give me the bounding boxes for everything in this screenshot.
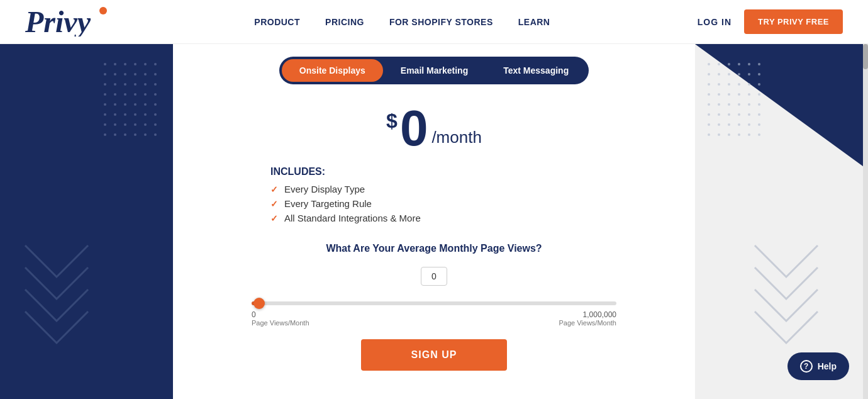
slider-wrapper bbox=[252, 301, 616, 305]
includes-title: INCLUDES: bbox=[270, 166, 598, 177]
help-icon: ? bbox=[800, 360, 813, 373]
nav-pricing[interactable]: PRICING bbox=[325, 17, 364, 27]
check-icon-0: ✓ bbox=[270, 184, 278, 194]
nav-product[interactable]: PRODUCT bbox=[254, 17, 300, 27]
price-currency: $ bbox=[386, 110, 398, 133]
includes-item-1: ✓ Every Targeting Rule bbox=[270, 198, 598, 209]
includes-item-2: ✓ All Standard Integrations & More bbox=[270, 213, 598, 223]
includes-item-label-2: All Standard Integrations & More bbox=[284, 213, 421, 223]
svg-text:Privy: Privy bbox=[25, 5, 91, 37]
slider-labels: 0 Page Views/Month 1,000,000 Page Views/… bbox=[252, 310, 616, 327]
price-amount: 0 bbox=[400, 103, 428, 154]
price-period: /month bbox=[431, 128, 482, 147]
nav-learn[interactable]: LEARN bbox=[518, 17, 550, 27]
slider-value-display: 0 bbox=[421, 267, 447, 286]
nav-links: PRODUCT PRICING FOR SHOPIFY STORES LEARN bbox=[254, 17, 550, 27]
chevron-right bbox=[736, 220, 862, 361]
includes-item-label-1: Every Targeting Rule bbox=[284, 198, 372, 209]
nav-shopify[interactable]: FOR SHOPIFY STORES bbox=[389, 17, 493, 27]
check-icon-2: ✓ bbox=[270, 213, 278, 223]
price-display: $ 0 /month bbox=[386, 103, 482, 154]
chevron-left bbox=[6, 220, 132, 361]
nav-actions: LOG IN TRY PRIVY FREE bbox=[698, 9, 843, 34]
includes-section: INCLUDES: ✓ Every Display Type ✓ Every T… bbox=[270, 166, 598, 227]
tab-onsite-displays[interactable]: Onsite Displays bbox=[282, 59, 383, 82]
includes-item-label-0: Every Display Type bbox=[284, 184, 365, 194]
help-label: Help bbox=[818, 361, 837, 371]
tabs-container: Onsite Displays Email Marketing Text Mes… bbox=[279, 57, 589, 84]
tab-text-messaging[interactable]: Text Messaging bbox=[486, 59, 586, 82]
navbar: Privy PRODUCT PRICING FOR SHOPIFY STORES… bbox=[0, 0, 868, 44]
tab-email-marketing[interactable]: Email Marketing bbox=[383, 59, 486, 82]
dots-pattern-left bbox=[104, 63, 160, 140]
scroll-thumb[interactable] bbox=[863, 44, 868, 69]
slider-max: 1,000,000 Page Views/Month bbox=[559, 310, 616, 327]
slider-section: What Are Your Average Monthly Page Views… bbox=[252, 243, 616, 327]
center-content: Onsite Displays Email Marketing Text Mes… bbox=[173, 44, 695, 399]
dots-pattern-right bbox=[708, 63, 764, 140]
slider-min: 0 Page Views/Month bbox=[252, 310, 309, 327]
main-wrapper: Onsite Displays Email Marketing Text Mes… bbox=[0, 44, 868, 399]
check-icon-1: ✓ bbox=[270, 199, 278, 209]
try-free-button[interactable]: TRY PRIVY FREE bbox=[744, 9, 843, 34]
logo[interactable]: Privy bbox=[25, 2, 107, 42]
signup-button[interactable]: SIGN UP bbox=[361, 339, 508, 371]
right-panel bbox=[695, 44, 868, 399]
slider-question: What Are Your Average Monthly Page Views… bbox=[252, 243, 616, 254]
left-panel bbox=[0, 44, 173, 399]
logo-text: Privy bbox=[25, 2, 107, 42]
help-button[interactable]: ? Help bbox=[787, 352, 849, 380]
scrollbar[interactable] bbox=[863, 44, 868, 399]
includes-item-0: ✓ Every Display Type bbox=[270, 184, 598, 194]
login-link[interactable]: LOG IN bbox=[698, 17, 732, 27]
svg-point-1 bbox=[99, 7, 107, 14]
